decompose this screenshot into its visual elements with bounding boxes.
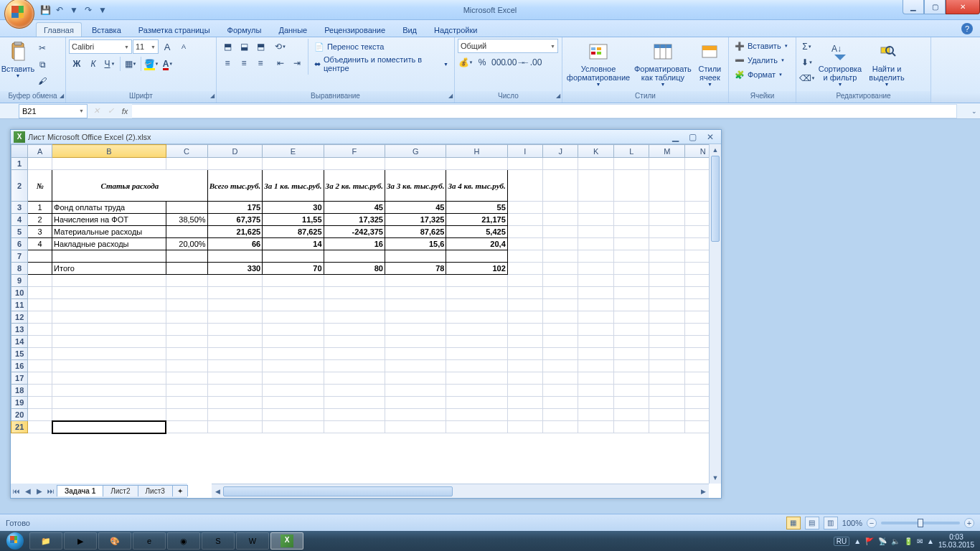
tab-review[interactable]: Рецензирование: [317, 23, 392, 37]
cancel-formula[interactable]: ✕: [89, 104, 103, 118]
zoom-value[interactable]: 100%: [842, 519, 862, 527]
autosum[interactable]: Σ▼: [799, 39, 815, 55]
sheet-tab-1[interactable]: Задача 1: [57, 485, 103, 496]
task-media[interactable]: ▶: [64, 532, 97, 550]
number-launcher[interactable]: ◢: [556, 93, 560, 99]
align-center[interactable]: ≡: [236, 55, 252, 71]
system-tray[interactable]: RU ▲🚩📡🔈🔋✉▲ 0:0315.03.2015: [834, 533, 979, 549]
horizontal-scrollbar[interactable]: ◀▶: [212, 484, 709, 498]
sort-filter[interactable]: A↓ Сортировка и фильтр▼: [816, 39, 864, 89]
formula-expand[interactable]: ⌄: [969, 108, 980, 115]
header-q3[interactable]: За 3 кв. тыс.руб.: [385, 170, 446, 202]
grow-font[interactable]: A: [159, 39, 175, 55]
orientation[interactable]: ⟲▼: [273, 39, 288, 55]
align-left[interactable]: ≡: [220, 55, 235, 71]
decrease-decimal[interactable]: ←.00: [524, 55, 540, 70]
paste-button[interactable]: Вставить▼: [3, 39, 33, 80]
doc-close[interactable]: ✕: [707, 132, 714, 142]
format-painter[interactable]: 🖌: [34, 73, 50, 89]
clipboard-launcher[interactable]: ◢: [60, 93, 64, 99]
sheet-tab-2[interactable]: Лист2: [103, 485, 138, 496]
tab-data[interactable]: Данные: [271, 23, 314, 37]
fx-button[interactable]: fx: [118, 104, 132, 118]
border-button[interactable]: ▦▼: [123, 56, 138, 72]
tab-view[interactable]: Вид: [395, 23, 424, 37]
align-launcher[interactable]: ◢: [448, 93, 453, 99]
tray-clock[interactable]: 0:0315.03.2015: [938, 533, 974, 549]
header-q2[interactable]: За 2 кв. тыс.руб.: [324, 170, 385, 202]
clear[interactable]: ⌫▼: [799, 70, 815, 86]
sheet-nav-first[interactable]: ⏮: [11, 487, 22, 495]
view-page-break[interactable]: ▥: [824, 517, 838, 529]
view-normal[interactable]: ▦: [786, 517, 801, 529]
start-button[interactable]: [1, 532, 29, 550]
header-article[interactable]: Статья расхода: [52, 170, 208, 202]
underline-button[interactable]: Ч▼: [102, 56, 118, 72]
task-paint[interactable]: 🎨: [98, 532, 131, 550]
decrease-indent[interactable]: ⇤: [273, 55, 288, 71]
sheet-tab-new[interactable]: ✦: [172, 485, 188, 496]
cut-button[interactable]: ✂: [34, 40, 50, 56]
tab-insert[interactable]: Вставка: [85, 23, 128, 37]
percent[interactable]: %: [474, 55, 490, 70]
tab-home[interactable]: Главная: [36, 22, 82, 37]
active-cell[interactable]: [52, 421, 166, 433]
doc-maximize[interactable]: ▢: [689, 132, 697, 142]
merge-center[interactable]: ⬌Объединить и поместить в центре▼: [311, 56, 451, 72]
shrink-font[interactable]: A: [176, 39, 192, 55]
find-select[interactable]: Найти и выделить▼: [865, 39, 908, 89]
format-cells[interactable]: 🧩Формат▼: [732, 67, 793, 82]
office-button[interactable]: [4, 0, 34, 29]
currency[interactable]: 💰▼: [458, 55, 473, 70]
task-ie[interactable]: e: [133, 532, 166, 550]
task-explorer[interactable]: 📁: [29, 532, 62, 550]
conditional-formatting[interactable]: Условное форматирование▼: [565, 39, 631, 89]
font-launcher[interactable]: ◢: [210, 93, 215, 99]
window-minimize[interactable]: ▁: [903, 0, 924, 14]
font-color[interactable]: A▼: [160, 56, 176, 72]
spreadsheet-grid[interactable]: A B CDE FGH IJK LMN 1 2 № Статья расхода…: [11, 144, 721, 434]
delete-cells[interactable]: ➖Удалить▼: [732, 53, 793, 67]
fill[interactable]: ⬇▼: [799, 55, 815, 70]
task-word[interactable]: W: [236, 532, 269, 550]
fill-color[interactable]: 🪣▼: [143, 56, 159, 72]
vertical-scrollbar[interactable]: ▲▼: [709, 144, 721, 484]
bold-button[interactable]: Ж: [69, 56, 85, 72]
header-num[interactable]: №: [28, 170, 52, 202]
format-as-table[interactable]: Форматировать как таблицу▼: [633, 39, 693, 89]
column-headers[interactable]: A B CDE FGH IJK LMN: [11, 145, 721, 158]
align-right[interactable]: ≡: [253, 55, 268, 71]
window-maximize[interactable]: ▢: [924, 0, 946, 14]
name-box[interactable]: B21▼: [19, 104, 88, 118]
zoom-out[interactable]: −: [867, 518, 877, 528]
zoom-slider[interactable]: [881, 522, 960, 524]
number-format-combo[interactable]: Общий▼: [458, 39, 558, 53]
header-total[interactable]: Всего тыс.руб.: [207, 170, 263, 202]
task-chrome[interactable]: ◉: [167, 532, 200, 550]
doc-minimize[interactable]: ▁: [672, 132, 679, 142]
copy-button[interactable]: ⧉: [34, 57, 50, 72]
window-close[interactable]: ✕: [946, 0, 980, 14]
enter-formula[interactable]: ✓: [103, 104, 118, 118]
wrap-text[interactable]: 📄Перенос текста: [311, 39, 451, 55]
align-top[interactable]: ⬒: [220, 39, 235, 55]
sheet-nav-last[interactable]: ⏭: [45, 487, 57, 495]
tab-addins[interactable]: Надстройки: [427, 23, 484, 37]
zoom-in[interactable]: +: [964, 518, 974, 528]
sheet-nav-next[interactable]: ▶: [34, 487, 45, 495]
header-q4[interactable]: За 4 кв. тыс.руб.: [446, 170, 507, 202]
view-page-layout[interactable]: ▤: [805, 517, 819, 529]
font-name-combo[interactable]: Calibri▼: [69, 39, 132, 54]
document-titlebar[interactable]: Лист Microsoft Office Excel (2).xlsx ▁ ▢…: [11, 130, 721, 144]
italic-button[interactable]: К: [85, 56, 101, 72]
tab-page-layout[interactable]: Разметка страницы: [131, 23, 217, 37]
insert-cells[interactable]: ➕Вставить▼: [732, 39, 793, 53]
input-language[interactable]: RU: [834, 537, 849, 546]
task-excel[interactable]: [270, 532, 303, 550]
help-icon[interactable]: ?: [961, 23, 973, 34]
header-q1[interactable]: За 1 кв. тыс.руб.: [263, 170, 324, 202]
formula-input[interactable]: [132, 104, 957, 118]
cell-styles[interactable]: Стили ячеек▼: [694, 39, 725, 89]
tab-formulas[interactable]: Формулы: [220, 23, 269, 37]
increase-indent[interactable]: ⇥: [289, 55, 305, 71]
